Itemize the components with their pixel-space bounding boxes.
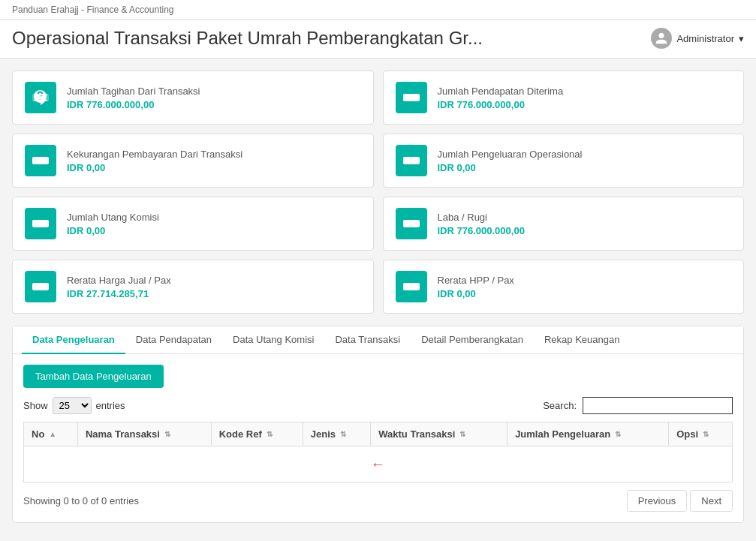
user-menu[interactable]: Administrator ▾ [651,28,744,49]
show-entries: Show 25 10 50 100 entries [23,397,125,414]
stat-info-5: Laba / Rugi IDR 776.000.000,00 [438,212,525,236]
tabs-section: Data Pengeluaran Data Pendapatan Data Ut… [12,326,744,523]
user-label: Administrator [676,33,734,44]
search-area: Search: [543,397,733,414]
stat-icon-0 [25,82,56,113]
pagination: Previous Next [627,490,733,512]
user-dropdown-icon: ▾ [739,33,744,44]
table-footer: Showing 0 to 0 of 0 entries Previous Nex… [23,490,733,512]
stat-value-0: IDR 776.000.000,00 [67,99,200,110]
stat-label-3: Jumlah Pengeluaran Operasional [438,149,583,160]
stat-card-5: Laba / Rugi IDR 776.000.000,00 [383,197,745,251]
stat-label-7: Rerata HPP / Pax [438,275,514,286]
stat-info-2: Kekurangan Pembayaran Dari Transaksi IDR… [67,149,242,173]
stat-card-3: Jumlah Pengeluaran Operasional IDR 0,00 [383,134,745,188]
sort-icon-jenis: ⇅ [340,430,346,438]
table-controls: Show 25 10 50 100 entries Search: [23,397,733,414]
stat-value-5: IDR 776.000.000,00 [438,225,525,236]
main-content: Jumlah Tagihan Dari Transaksi IDR 776.00… [0,59,756,535]
stat-icon-3 [396,145,427,176]
stat-info-3: Jumlah Pengeluaran Operasional IDR 0,00 [438,149,583,173]
svg-point-15 [410,285,413,288]
page-header: Operasional Transaksi Paket Umrah Pember… [0,20,756,59]
tab-content: Tambah Data Pengeluaran Show 25 10 50 10… [13,354,743,522]
col-nama-transaksi[interactable]: Nama Transaksi ⇅ [77,422,211,446]
add-data-button[interactable]: Tambah Data Pengeluaran [23,365,164,388]
sort-icon-waktu: ⇅ [459,430,465,438]
tab-data-transaksi[interactable]: Data Transaksi [324,326,411,354]
stat-icon-4 [25,208,56,239]
col-opsi[interactable]: Opsi ⇅ [669,422,733,446]
stat-info-6: Rerata Harga Jual / Pax IDR 27.714.285,7… [67,275,171,299]
stat-value-3: IDR 0,00 [438,162,583,173]
footer-info: Showing 0 to 0 of 0 entries [23,495,139,506]
svg-point-3 [410,96,413,99]
sort-icon-jumlah: ⇅ [615,430,621,438]
stat-label-0: Jumlah Tagihan Dari Transaksi [67,86,200,97]
stat-card-4: Jumlah Utang Komisi IDR 0,00 [12,197,374,251]
col-jenis[interactable]: Jenis ⇅ [303,422,371,446]
show-label: Show [23,400,48,411]
stat-label-4: Jumlah Utang Komisi [67,212,159,223]
stat-value-4: IDR 0,00 [67,225,159,236]
stat-card-1: Jumlah Pendapatan Diterima IDR 776.000.0… [383,71,745,125]
stat-info-1: Jumlah Pendapatan Diterima IDR 776.000.0… [438,86,564,110]
next-button[interactable]: Next [690,490,733,512]
breadcrumb: Panduan Erahajj - Finance & Accounting [0,0,756,20]
sort-icon-nama: ⇅ [164,430,170,438]
stat-info-0: Jumlah Tagihan Dari Transaksi IDR 776.00… [67,86,200,110]
sort-icon-no: ▲ [49,430,56,438]
col-waktu-transaksi[interactable]: Waktu Transaksi ⇅ [371,422,508,446]
tab-detail-pemberangkatan[interactable]: Detail Pemberangkatan [411,326,534,354]
tab-rekap-keuangan[interactable]: Rekap Keuangan [534,326,630,354]
stat-icon-6 [25,271,56,302]
tabs-header: Data Pengeluaran Data Pendapatan Data Ut… [13,326,743,354]
svg-point-7 [410,159,413,162]
stat-icon-5 [396,208,427,239]
stat-icon-7 [396,271,427,302]
entries-select[interactable]: 25 10 50 100 [53,397,92,414]
col-jumlah-pengeluaran[interactable]: Jumlah Pengeluaran ⇅ [508,422,669,446]
stat-card-2: Kekurangan Pembayaran Dari Transaksi IDR… [12,134,374,188]
empty-arrow-icon: ← [371,455,386,472]
sort-icon-opsi: ⇅ [703,430,709,438]
stats-grid: Jumlah Tagihan Dari Transaksi IDR 776.00… [12,71,744,314]
data-table: No ▲ Nama Transaksi ⇅ Ko [23,422,733,482]
stat-card-6: Rerata Harga Jual / Pax IDR 27.714.285,7… [12,260,374,314]
svg-point-13 [39,285,42,288]
page-title: Operasional Transaksi Paket Umrah Pember… [12,28,483,49]
svg-point-11 [410,222,413,225]
stat-value-7: IDR 0,00 [438,288,514,299]
tab-data-pendapatan[interactable]: Data Pendapatan [125,326,222,354]
svg-point-1 [39,96,42,99]
stat-info-4: Jumlah Utang Komisi IDR 0,00 [67,212,159,236]
stat-info-7: Rerata HPP / Pax IDR 0,00 [438,275,514,299]
stat-label-6: Rerata Harga Jual / Pax [67,275,171,286]
col-no[interactable]: No ▲ [24,422,78,446]
svg-point-5 [39,159,42,162]
tab-data-pengeluaran[interactable]: Data Pengeluaran [22,326,125,354]
table-header-row: No ▲ Nama Transaksi ⇅ Ko [24,422,733,446]
stat-card-7: Rerata HPP / Pax IDR 0,00 [383,260,745,314]
stat-value-6: IDR 27.714.285,71 [67,288,171,299]
tab-data-utang-komisi[interactable]: Data Utang Komisi [222,326,324,354]
search-input[interactable] [583,397,733,414]
previous-button[interactable]: Previous [627,490,688,512]
stat-label-2: Kekurangan Pembayaran Dari Transaksi [67,149,242,160]
stat-icon-2 [25,145,56,176]
stat-card-0: Jumlah Tagihan Dari Transaksi IDR 776.00… [12,71,374,125]
stat-icon-1 [396,82,427,113]
entries-label: entries [96,400,125,411]
sort-icon-kode: ⇅ [267,430,273,438]
user-avatar [651,28,672,49]
svg-point-9 [39,222,42,225]
search-label: Search: [543,400,577,411]
col-kode-ref[interactable]: Kode Ref ⇅ [211,422,303,446]
stat-label-1: Jumlah Pendapatan Diterima [438,86,564,97]
stat-value-2: IDR 0,00 [67,162,242,173]
breadcrumb-text: Panduan Erahajj - Finance & Accounting [12,5,173,15]
stat-label-5: Laba / Rugi [438,212,525,223]
empty-row: ← [24,446,733,482]
stat-value-1: IDR 776.000.000,00 [438,99,564,110]
